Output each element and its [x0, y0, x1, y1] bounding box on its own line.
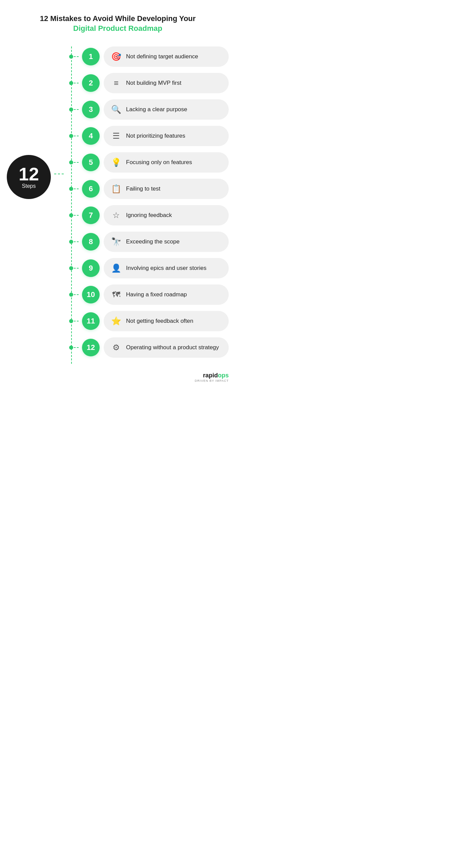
step-dot	[69, 107, 73, 112]
h-dashes-step	[74, 215, 79, 216]
list-item: 9👤Involving epics and user stories	[64, 258, 229, 278]
step-text-1: Not defining target audience	[126, 53, 198, 60]
step-dot-line	[64, 81, 79, 85]
step-dot-line	[64, 319, 79, 323]
h-dashes-step	[74, 136, 79, 136]
list-item: 4☰Not prioritizing features	[64, 126, 229, 146]
step-text-3: Lacking a clear purpose	[126, 106, 187, 113]
page-header: 12 Mistakes to Avoid While Developing Yo…	[40, 14, 196, 33]
h-dashes-step	[74, 347, 79, 348]
step-dot-line	[64, 213, 79, 217]
footer-tagline: DRIVEN BY IMPACT	[195, 379, 229, 382]
step-dot-line	[64, 107, 79, 112]
h-dashes	[54, 174, 64, 175]
step-icon-2: ≡	[111, 78, 121, 88]
step-dot	[69, 81, 73, 85]
step-icon-1: 🎯	[111, 52, 121, 61]
step-icon-12: ⚙	[111, 343, 121, 352]
step-number-4: 4	[82, 127, 100, 145]
footer-brand: rapidops	[203, 372, 229, 379]
list-item: 7☆Ignoring feedback	[64, 205, 229, 225]
step-text-9: Involving epics and user stories	[126, 264, 206, 272]
step-dot	[69, 187, 73, 191]
step-card-5: 💡Focusing only on features	[104, 152, 229, 173]
step-number-9: 9	[82, 259, 100, 277]
header-title-line2: Digital Product Roadmap	[40, 24, 196, 33]
step-dot	[69, 160, 73, 164]
footer-brand-accent: ops	[218, 372, 229, 379]
big-circle-number: 12	[19, 165, 39, 183]
step-number-1: 1	[82, 48, 100, 65]
step-card-3: 🔍Lacking a clear purpose	[104, 99, 229, 120]
list-item: 5💡Focusing only on features	[64, 152, 229, 173]
list-item: 8🔭Exceeding the scope	[64, 232, 229, 252]
step-icon-6: 📋	[111, 184, 121, 194]
step-card-12: ⚙Operating without a product strategy	[104, 337, 229, 358]
steps-list: 1🎯Not defining target audience2≡Not buil…	[64, 46, 229, 364]
step-number-11: 11	[82, 312, 100, 330]
step-number-10: 10	[82, 286, 100, 303]
list-item: 11⭐Not getting feedback often	[64, 311, 229, 331]
step-icon-5: 💡	[111, 158, 121, 167]
list-item: 2≡Not building MVP first	[64, 73, 229, 93]
footer-logo: rapidops DRIVEN BY IMPACT	[195, 372, 229, 382]
step-dot-line	[64, 240, 79, 244]
step-number-7: 7	[82, 206, 100, 224]
step-number-2: 2	[82, 74, 100, 92]
step-icon-8: 🔭	[111, 237, 121, 246]
step-dot	[69, 240, 73, 244]
step-dot	[69, 319, 73, 323]
step-text-2: Not building MVP first	[126, 79, 181, 87]
step-text-8: Exceeding the scope	[126, 238, 180, 245]
main-container: 12 Steps 1🎯Not defining target audience2…	[7, 46, 229, 364]
step-text-12: Operating without a product strategy	[126, 344, 219, 351]
h-dashes-step	[74, 294, 79, 295]
step-dot	[69, 346, 73, 350]
list-item: 10🗺Having a fixed roadmap	[64, 284, 229, 305]
step-dot	[69, 293, 73, 297]
step-card-10: 🗺Having a fixed roadmap	[104, 284, 229, 305]
step-card-7: ☆Ignoring feedback	[104, 205, 229, 225]
step-icon-3: 🔍	[111, 105, 121, 114]
step-dot-line	[64, 55, 79, 59]
step-text-5: Focusing only on features	[126, 159, 192, 166]
step-icon-4: ☰	[111, 131, 121, 141]
step-icon-10: 🗺	[111, 290, 121, 299]
step-dot-line	[64, 134, 79, 138]
step-dot	[69, 266, 73, 270]
list-item: 3🔍Lacking a clear purpose	[64, 99, 229, 120]
list-item: 1🎯Not defining target audience	[64, 46, 229, 67]
header-title-line1: 12 Mistakes to Avoid While Developing Yo…	[40, 14, 196, 24]
step-number-6: 6	[82, 180, 100, 198]
step-dot	[69, 213, 73, 217]
h-dashes-step	[74, 56, 79, 57]
h-dashes-step	[74, 189, 79, 189]
step-text-7: Ignoring feedback	[126, 212, 172, 219]
step-dot-line	[64, 346, 79, 350]
step-card-1: 🎯Not defining target audience	[104, 46, 229, 67]
footer: rapidops DRIVEN BY IMPACT	[7, 372, 229, 382]
h-dashes-step	[74, 162, 79, 163]
step-dot-line	[64, 187, 79, 191]
step-card-9: 👤Involving epics and user stories	[104, 258, 229, 278]
big-circle-label: Steps	[22, 183, 36, 189]
h-dashes-step	[74, 241, 79, 242]
step-number-8: 8	[82, 233, 100, 251]
step-card-6: 📋Failing to test	[104, 179, 229, 199]
step-dot-line	[64, 160, 79, 164]
step-dot-line	[64, 266, 79, 270]
step-icon-7: ☆	[111, 211, 121, 220]
step-number-5: 5	[82, 154, 100, 171]
step-icon-11: ⭐	[111, 316, 121, 326]
step-card-2: ≡Not building MVP first	[104, 73, 229, 93]
list-item: 12⚙Operating without a product strategy	[64, 337, 229, 358]
step-dot-line	[64, 293, 79, 297]
h-connector	[54, 46, 64, 175]
step-text-11: Not getting feedback often	[126, 317, 193, 325]
step-dot	[69, 134, 73, 138]
step-card-8: 🔭Exceeding the scope	[104, 232, 229, 252]
h-dashes-step	[74, 268, 79, 269]
list-item: 6📋Failing to test	[64, 179, 229, 199]
step-text-4: Not prioritizing features	[126, 132, 185, 140]
step-card-11: ⭐Not getting feedback often	[104, 311, 229, 331]
